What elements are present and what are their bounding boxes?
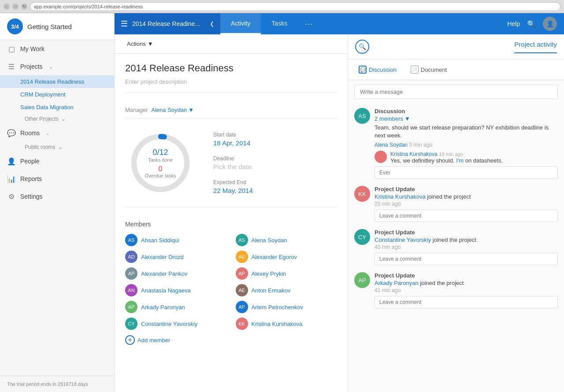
projects-icon: ☰ [7, 62, 16, 71]
sidebar-item-mywork[interactable]: ▢ My Work [0, 40, 114, 58]
discussion-avatar: AS [354, 108, 370, 124]
topbar-right: Help 🔍 👤 [507, 17, 564, 31]
sidebar-item-people[interactable]: 👤 People [0, 152, 114, 170]
sidebar-sub-item-sales[interactable]: Sales Data Migration [0, 101, 114, 114]
main-content: ☰ 2014 Release Readine... ❮ Activity Tas… [115, 13, 564, 392]
topbar-tabs: Activity Tasks [220, 13, 298, 34]
manager-row: Manager Alena Soydan ▼ [125, 101, 337, 119]
topbar-help-link[interactable]: Help [507, 20, 520, 27]
member-row[interactable]: KK Kristina Kurshakova [236, 318, 338, 330]
sidebar-item-rooms[interactable]: 💬 Rooms ⌄ [0, 124, 114, 142]
member-row[interactable]: CY Constantine Yavorskiy [125, 318, 227, 330]
members-grid: AS Ahsan Siddiqui AS Alena Soydan AD Ale… [125, 234, 337, 330]
sidebar-other-projects[interactable]: Other Projects ⌄ [0, 114, 114, 124]
sidebar-footer: The trial period ends in 2916718 days [0, 376, 114, 392]
member-row[interactable]: AS Alena Soydan [236, 234, 338, 246]
sidebar-item-projects[interactable]: ☰ Projects ⌄ [0, 58, 114, 75]
tab-activity[interactable]: Activity [220, 13, 261, 34]
deadline-picker[interactable]: Pick the date [213, 163, 253, 170]
browser-refresh[interactable]: ↻ [21, 4, 27, 10]
hamburger-menu[interactable]: ☰ [121, 19, 128, 29]
member-row[interactable]: AD Alexander Drozd [125, 251, 227, 263]
member-row[interactable]: AS Ahsan Siddiqui [125, 234, 227, 246]
expected-end-label: Expected End [213, 179, 253, 185]
project-update-item-3: AP Project Update Arkady Paronyan joined… [354, 272, 558, 308]
sidebar-sub-item-crm[interactable]: CRM Deployment [0, 88, 114, 101]
discussion-members-count[interactable]: 2 members ▼ [375, 115, 410, 122]
settings-icon: ⚙ [7, 192, 16, 201]
topbar-search-icon[interactable]: 🔍 [527, 20, 536, 28]
update-text-2: Constantine Yavorskiy joined the project [375, 237, 558, 243]
member-row[interactable]: AP Alexander Pankov [125, 267, 227, 280]
add-member-button[interactable]: + Add member [125, 335, 337, 345]
member-avatar: AP [236, 267, 248, 280]
sidebar-release-label: 2014 Release Readiness [20, 78, 84, 85]
actions-chevron: ▼ [148, 41, 153, 47]
sidebar-sub-item-release[interactable]: 2014 Release Readiness [0, 75, 114, 88]
member-row[interactable]: AN Anastasia Nagaeva [125, 284, 227, 296]
sidebar-rooms-label: Rooms [20, 129, 40, 137]
member-name: Ahsan Siddiqui [141, 237, 179, 244]
discussion-time: 3 min ago [409, 142, 432, 148]
discussion-text: Team, should we start release preparatio… [375, 124, 558, 140]
discussion-comment-input[interactable] [375, 166, 558, 179]
member-row[interactable]: AP Artem Petrochenkov [236, 301, 338, 313]
project-content: 2014 Release Readiness Enter project des… [115, 54, 348, 362]
topbar-collapse-btn[interactable]: ❮ [210, 21, 214, 27]
manager-name[interactable]: Alena Soydan ▼ [151, 107, 194, 113]
sidebar-people-label: People [20, 158, 40, 165]
sidebar-item-reports[interactable]: 📊 Reports [0, 170, 114, 188]
browser-back[interactable]: ← [4, 4, 10, 10]
browser-forward[interactable]: → [12, 4, 19, 10]
sidebar-header: 3/4 Getting Started [0, 13, 114, 40]
member-avatar: AP [236, 301, 248, 313]
member-name: Constantine Yavorskiy [141, 321, 197, 327]
update-comment-input-1[interactable] [375, 210, 558, 222]
update-comment-input-3[interactable] [375, 296, 558, 308]
member-avatar: AS [236, 234, 248, 246]
sidebar-sales-label: Sales Data Migration [20, 104, 74, 111]
member-name: Artem Petrochenkov [252, 304, 304, 311]
sidebar-public-rooms[interactable]: Public rooms ⌄ [0, 142, 114, 152]
member-row[interactable]: AE Alexander Egorov [236, 251, 338, 263]
member-row[interactable]: AE Anton Ermakov [236, 284, 338, 296]
reply-author[interactable]: Kristina Kurshakova [390, 151, 438, 157]
sidebar-item-settings[interactable]: ⚙ Settings [0, 188, 114, 205]
tab-tasks[interactable]: Tasks [261, 13, 298, 34]
tab-discussion-btn[interactable]: 💬 Discussion [355, 64, 400, 75]
tab-document-btn[interactable]: 📄 Document [407, 64, 450, 75]
sidebar-reports-label: Reports [20, 175, 42, 182]
browser-url-bar[interactable]: app.example.com/projects/2014-release-re… [30, 2, 560, 11]
discussion-author[interactable]: Alena Soydan [375, 142, 408, 148]
member-row[interactable]: AP Alexey Prykin [236, 267, 338, 280]
start-date-item: Start date 18 Apr, 2014 [213, 132, 253, 147]
member-avatar: AD [125, 251, 137, 263]
getting-started-badge[interactable]: 3/4 [7, 18, 23, 34]
update-avatar-2: CY [354, 229, 370, 245]
write-message-input[interactable] [354, 85, 558, 99]
member-avatar: AE [236, 284, 248, 296]
member-row[interactable]: AP Arkady Paronyan [125, 301, 227, 313]
rooms-chevron: ⌄ [46, 131, 49, 136]
manager-label: Manager [125, 107, 148, 113]
content-area: Actions ▼ 2014 Release Readiness Enter p… [115, 34, 564, 392]
update-type-2: Project Update [375, 229, 558, 236]
discussion-activity-item: AS Discussion 2 members ▼ Team, should w… [354, 108, 558, 179]
expected-end-value: 22 May, 2014 [213, 187, 253, 194]
topbar-more-btn[interactable]: ⋯ [298, 13, 320, 34]
manager-chevron: ▼ [188, 107, 194, 113]
reply-body: Kristina Kurshakova 19 min ago Yes, we d… [390, 151, 558, 164]
member-avatar: CY [125, 318, 137, 330]
project-description[interactable]: Enter project description [125, 78, 337, 92]
update-avatar-1: KK [354, 186, 370, 202]
member-name: Anastasia Nagaeva [141, 287, 191, 294]
topbar-project-name: 2014 Release Readine... [132, 20, 205, 27]
getting-started-label[interactable]: Getting Started [27, 23, 72, 30]
topbar-avatar[interactable]: 👤 [543, 17, 557, 31]
member-avatar: AS [125, 234, 137, 246]
activity-search-button[interactable]: 🔍 [355, 40, 369, 54]
update-comment-input-2[interactable] [375, 253, 558, 265]
reply-avatar [375, 151, 387, 163]
actions-button[interactable]: Actions ▼ [123, 39, 157, 49]
dates-section: Start date 18 Apr, 2014 Deadline Pick th… [213, 132, 253, 194]
